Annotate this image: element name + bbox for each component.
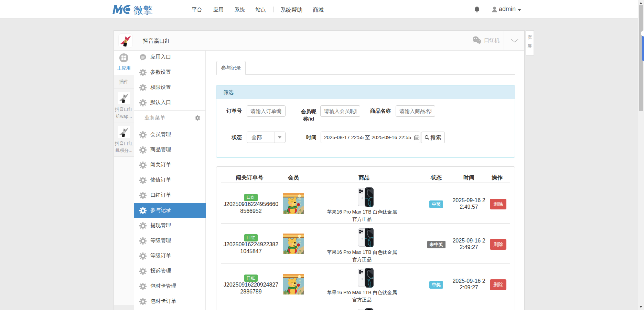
svg-text:微擎: 微擎 (133, 5, 153, 16)
